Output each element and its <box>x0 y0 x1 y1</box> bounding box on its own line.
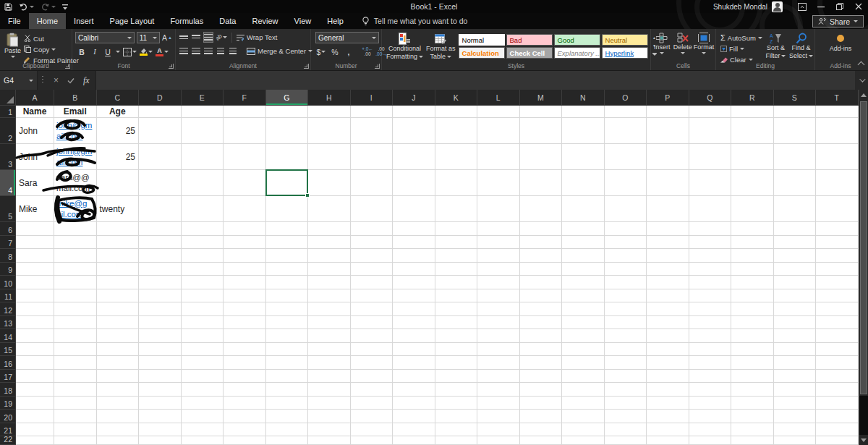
cell-N19[interactable] <box>562 397 605 410</box>
cell-K15[interactable] <box>435 343 478 357</box>
format-cells-button[interactable]: Format <box>694 31 714 54</box>
cell-N15[interactable] <box>562 343 605 357</box>
cell-S13[interactable] <box>774 316 817 330</box>
cell-I17[interactable] <box>351 370 393 383</box>
row-header-11[interactable]: 11 <box>0 289 16 303</box>
cell-B18[interactable] <box>54 383 97 397</box>
cell-L16[interactable] <box>477 356 520 370</box>
cell-J9[interactable] <box>393 263 435 276</box>
cell-K4[interactable] <box>435 170 478 196</box>
cell-G14[interactable] <box>266 329 309 343</box>
cell-G9[interactable] <box>266 263 309 276</box>
cell-R15[interactable] <box>731 343 774 357</box>
cell-H21[interactable] <box>308 423 351 437</box>
column-header-F[interactable]: F <box>224 90 266 106</box>
cancel-icon[interactable]: × <box>54 75 59 85</box>
cell-R13[interactable] <box>731 316 774 330</box>
cell-S14[interactable] <box>774 329 817 343</box>
decrease-indent-button[interactable] <box>216 46 226 56</box>
cell-L8[interactable] <box>477 249 520 263</box>
row-header-4[interactable]: 4 <box>0 170 16 196</box>
cell-M22[interactable] <box>520 436 563 445</box>
cell-G2[interactable] <box>266 118 309 144</box>
cell-L11[interactable] <box>477 289 520 303</box>
cell-F8[interactable] <box>224 249 266 263</box>
vertical-scrollbar[interactable] <box>859 90 868 445</box>
cell-S6[interactable] <box>774 222 817 236</box>
cell-T14[interactable] <box>816 329 859 343</box>
cell-N12[interactable] <box>562 302 605 316</box>
cell-T6[interactable] <box>816 222 859 236</box>
cell-K7[interactable] <box>435 236 478 250</box>
cell-C8[interactable] <box>97 249 140 263</box>
cell-F22[interactable] <box>224 436 266 445</box>
cell-D16[interactable] <box>139 356 182 370</box>
cell-K13[interactable] <box>435 316 478 330</box>
cell-I16[interactable] <box>351 356 393 370</box>
cell-R19[interactable] <box>731 397 774 410</box>
cell-H14[interactable] <box>308 329 351 343</box>
style-chip-hyperlink[interactable]: Hyperlink <box>602 47 648 59</box>
cell-D8[interactable] <box>139 249 182 263</box>
row-header-20[interactable]: 20 <box>0 410 16 423</box>
cell-D6[interactable] <box>139 222 182 236</box>
cell-E9[interactable] <box>182 263 224 276</box>
cell-M14[interactable] <box>520 329 563 343</box>
cell-T19[interactable] <box>816 397 859 410</box>
cell-C5[interactable]: twenty <box>97 196 140 222</box>
cell-R7[interactable] <box>731 236 774 250</box>
cell-L3[interactable] <box>477 144 520 170</box>
cell-O21[interactable] <box>605 423 647 437</box>
cell-Q5[interactable] <box>689 196 732 222</box>
cell-H12[interactable] <box>308 302 351 316</box>
cell-P1[interactable] <box>647 106 689 118</box>
cell-Q2[interactable] <box>689 118 732 144</box>
row-header-12[interactable]: 12 <box>0 302 16 316</box>
cell-I11[interactable] <box>351 289 393 303</box>
cell-I22[interactable] <box>351 436 393 445</box>
cell-G19[interactable] <box>266 397 309 410</box>
cell-D10[interactable] <box>139 276 182 289</box>
cell-C11[interactable] <box>97 289 140 303</box>
cell-Q8[interactable] <box>689 249 732 263</box>
cell-J10[interactable] <box>393 276 435 289</box>
cell-F13[interactable] <box>224 316 266 330</box>
cell-C6[interactable] <box>97 222 140 236</box>
cell-L22[interactable] <box>477 436 520 445</box>
cell-O5[interactable] <box>605 196 647 222</box>
close-button[interactable] <box>849 0 868 13</box>
cell-N17[interactable] <box>562 370 605 383</box>
cell-P19[interactable] <box>647 397 689 410</box>
cell-A9[interactable] <box>16 263 54 276</box>
cell-E20[interactable] <box>182 410 224 423</box>
restore-button[interactable] <box>830 0 849 13</box>
cell-O14[interactable] <box>605 329 647 343</box>
cell-E7[interactable] <box>182 236 224 250</box>
scroll-down-button[interactable] <box>859 435 868 445</box>
cell-D13[interactable] <box>139 316 182 330</box>
cell-Q1[interactable] <box>689 106 732 118</box>
cell-S3[interactable] <box>774 144 817 170</box>
cell-F12[interactable] <box>224 302 266 316</box>
row-header-6[interactable]: 6 <box>0 222 16 236</box>
cell-O1[interactable] <box>605 106 647 118</box>
cell-T15[interactable] <box>816 343 859 357</box>
cell-I7[interactable] <box>351 236 393 250</box>
cell-A12[interactable] <box>16 302 54 316</box>
cell-A8[interactable] <box>16 249 54 263</box>
style-chip-neutral[interactable]: Neutral <box>602 34 648 46</box>
cell-L5[interactable] <box>477 196 520 222</box>
cell-C10[interactable] <box>97 276 140 289</box>
cell-J22[interactable] <box>393 436 435 445</box>
cell-L6[interactable] <box>477 222 520 236</box>
cell-K2[interactable] <box>435 118 478 144</box>
cell-S1[interactable] <box>774 106 817 118</box>
find-select-button[interactable]: Find & Select <box>789 31 813 64</box>
cell-H13[interactable] <box>308 316 351 330</box>
cell-M2[interactable] <box>520 118 563 144</box>
cell-T13[interactable] <box>816 316 859 330</box>
cell-E10[interactable] <box>182 276 224 289</box>
cell-T12[interactable] <box>816 302 859 316</box>
cell-G3[interactable] <box>266 144 309 170</box>
cell-Q14[interactable] <box>689 329 732 343</box>
